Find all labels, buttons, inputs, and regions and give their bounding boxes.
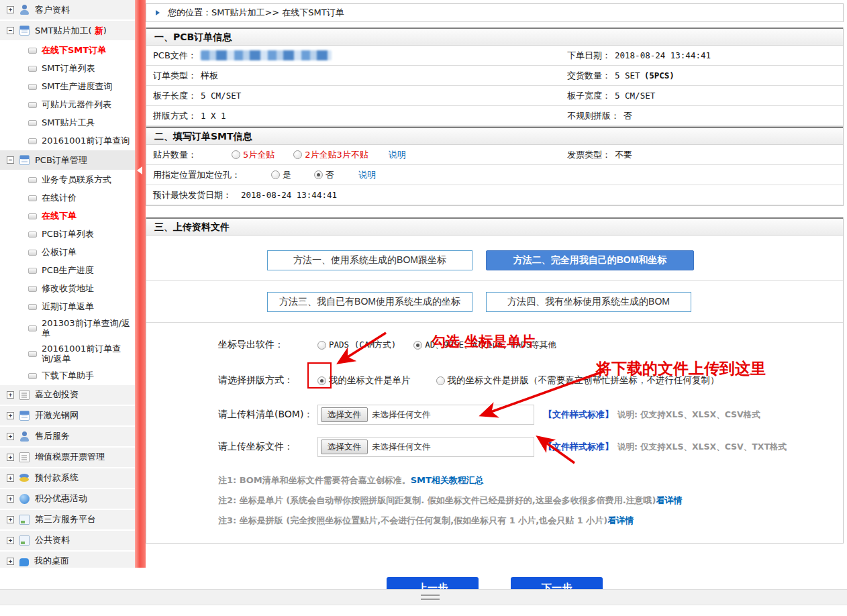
field-label: 请上传料清单(BOM)： (218, 409, 317, 421)
sidebar-item-online-smt-order[interactable]: 在线下SMT订单 (0, 42, 135, 60)
sidebar-group-public-resources[interactable]: 公共资料 (0, 531, 135, 552)
sidebar-item-online-pricing[interactable]: 在线计价 (0, 189, 135, 207)
sidebar-item-pcb-order-list[interactable]: PCB订单列表 (0, 225, 135, 244)
screen-icon (19, 515, 30, 525)
expand-plus-icon[interactable] (7, 537, 14, 544)
sidebar-group-laser-stencil[interactable]: 开激光钢网 (0, 406, 135, 427)
sidebar-group-label: 增值税票开票管理 (35, 451, 105, 463)
radio-locating-hole-yes[interactable] (271, 170, 280, 179)
coord-style-standard-link[interactable]: 【文件样式标准】 (544, 441, 613, 453)
sidebar-item-download-order-helper[interactable]: 下载下单助手 (0, 367, 135, 385)
expand-plus-icon[interactable] (7, 6, 14, 13)
form-row-coord-upload: 请上传坐标文件： 选择文件 未选择任何文件 【文件样式标准】 说明: 仅支持XL… (218, 437, 843, 457)
radio-pads-cam[interactable] (317, 341, 326, 350)
method-3-button[interactable]: 方法三、我自已有BOM使用系统生成的坐标 (267, 292, 472, 312)
sidebar-group-smt-processing[interactable]: SMT贴片加工( 新) (0, 21, 135, 42)
list-item-icon (28, 102, 37, 108)
sidebar-group-jlc-investment[interactable]: 嘉立创投资 (0, 385, 135, 406)
radio-locating-hole-no[interactable] (314, 170, 323, 179)
field-value: 否 (624, 110, 632, 122)
radio-coords-panelized[interactable] (436, 376, 445, 385)
section-smt-order-info: 二、填写订单SMT信息 贴片数量： 5片全贴 2片全贴3片不贴 说明 发票类型： (146, 127, 844, 206)
note2-details-link[interactable]: 看详情 (656, 495, 683, 505)
section-title: 三、上传资料文件 (146, 217, 843, 236)
list-item-icon (28, 213, 37, 219)
sidebar-item-online-order[interactable]: 在线下单 (0, 207, 135, 225)
note3-details-link[interactable]: 看详情 (607, 515, 634, 525)
smt-tutorials-link[interactable]: SMT相关教程汇总 (411, 475, 484, 485)
expand-plus-icon[interactable] (7, 391, 14, 399)
sidebar-item-smt-order-list[interactable]: SMT订单列表 (0, 60, 135, 78)
sidebar-item-edit-shipping-address[interactable]: 修改收货地址 (0, 280, 135, 298)
sidebar-splitter[interactable] (135, 0, 146, 568)
sidebar-item-sales-contact[interactable]: 业务专员联系方式 (0, 171, 135, 189)
sidebar-item-smt-tools[interactable]: SMT贴片工具 (0, 114, 135, 132)
method-1-button[interactable]: 方法一、使用系统生成的BOM跟坐标 (267, 250, 472, 270)
radio-5pcs-all[interactable] (232, 150, 240, 159)
sidebar-group-prepayment[interactable]: 预付款系统 (0, 468, 135, 489)
field-label: 板子宽度： (567, 90, 611, 102)
sidebar-group-label: 开激光钢网 (35, 409, 79, 421)
expand-plus-icon[interactable] (7, 433, 14, 440)
sidebar-group-label: 售后服务 (35, 430, 70, 442)
expand-plus-icon[interactable] (7, 412, 14, 419)
collapse-minus-icon[interactable] (7, 27, 14, 34)
expand-plus-icon[interactable] (7, 558, 14, 565)
collapse-arrow-icon[interactable] (137, 166, 142, 174)
sidebar-group-customer-info[interactable]: 客户资料 (0, 0, 135, 21)
sidebar-item-pre-20161001-reorder[interactable]: 20161001前订单查询/返单 (0, 342, 135, 367)
sidebar-item-public-board-order[interactable]: 公板订单 (0, 244, 135, 262)
sidebar-group-pcb-order-mgmt[interactable]: PCB订单管理 (0, 150, 135, 171)
radio-label: PADS (CAM方式) (329, 340, 396, 351)
bom-choose-file-button[interactable]: 选择文件 (321, 407, 368, 422)
sidebar-group-after-sales[interactable]: 售后服务 (0, 427, 135, 448)
patch-qty-help-link[interactable]: 说明 (389, 149, 406, 161)
method-2-button[interactable]: 方法二、完全用我自己的BOM和坐标 (486, 250, 694, 270)
breadcrumb-text: 您的位置：SMT贴片加工>> 在线下SMT订单 (168, 7, 344, 19)
locating-hole-help-link[interactable]: 说明 (358, 169, 376, 181)
note-2: 注2: 坐标是单片 (系统会自动帮你按照拼版间距复制. 假如坐标文件已经是拼好的… (218, 491, 843, 511)
expand-plus-icon[interactable] (7, 454, 14, 461)
list-item-icon (28, 351, 37, 357)
coord-choose-file-button[interactable]: 选择文件 (321, 440, 368, 454)
field-value: 不要 (615, 149, 632, 161)
resize-handle-icon[interactable] (421, 595, 440, 600)
user-icon (19, 431, 30, 442)
sidebar-item-mountable-components[interactable]: 可贴片元器件列表 (0, 96, 135, 114)
field-label: 发票类型： (567, 149, 611, 161)
list-item-icon (28, 138, 37, 144)
sidebar-item-recent-reorder[interactable]: 近期订单返单 (0, 298, 135, 316)
sidebar-item-pre-201303-orders[interactable]: 201303前订单查询/返单 (0, 316, 135, 342)
field-label: 请上传坐标文件： (218, 441, 317, 453)
sidebar-group-third-party-platform[interactable]: 第三方服务平台 (0, 510, 135, 531)
coord-file-input[interactable]: 选择文件 未选择任何文件 (317, 437, 534, 457)
form-row-bom-upload: 请上传料清单(BOM)： 选择文件 未选择任何文件 【文件样式标准】 说明: 仅… (218, 405, 843, 425)
sidebar-item-pcb-progress[interactable]: PCB生产进度 (0, 262, 135, 280)
collapse-minus-icon[interactable] (7, 156, 14, 164)
sidebar-group-points-promo[interactable]: 积分优惠活动 (0, 489, 135, 510)
sidebar-item-smt-progress-query[interactable]: SMT生产进度查询 (0, 78, 135, 96)
expand-plus-icon[interactable] (7, 495, 14, 503)
bom-style-standard-link[interactable]: 【文件样式标准】 (544, 409, 613, 421)
notes-block: 注1: BOM清单和坐标文件需要符合嘉立创标准。SMT相关教程汇总 注2: 坐标… (218, 470, 843, 531)
bom-file-input[interactable]: 选择文件 未选择任何文件 (317, 405, 534, 425)
sidebar-item-pre-20161001-orders[interactable]: 20161001前订单查询 (0, 132, 135, 150)
calendar-icon (19, 411, 30, 421)
radio-2pcs-mount-3-not[interactable] (293, 150, 302, 159)
expand-plus-icon[interactable] (7, 474, 14, 482)
section-pcb-order-info: 一、PCB订单信息 PCB文件： 下单日期： 2018-08-24 13:44:… (146, 28, 844, 127)
note-3: 注3: 坐标是拼版 (完全按照坐标位置贴片,不会进行任何复制,假如坐标只有 1 … (218, 511, 843, 531)
field-label: 板子长度： (153, 90, 197, 102)
field-label: PCB文件： (153, 50, 197, 62)
expand-plus-icon[interactable] (7, 516, 14, 523)
field-label: 用指定位置加定位孔： (153, 169, 240, 181)
list-item-icon (28, 120, 37, 126)
sidebar-group-my-desktop[interactable]: 我的桌面 (0, 552, 135, 568)
sidebar-group-label: 公共资料 (35, 534, 70, 546)
sidebar-group-vat-invoice[interactable]: 增值税票开票管理 (0, 448, 135, 468)
method-4-button[interactable]: 方法四、我有坐标使用系统生成的BOM (486, 292, 691, 312)
annotation-highlight-box (307, 362, 332, 389)
radio-ad-99se-altium[interactable] (413, 341, 422, 350)
footer-bar (0, 589, 847, 605)
sidebar-group-label: 预付款系统 (35, 472, 79, 484)
